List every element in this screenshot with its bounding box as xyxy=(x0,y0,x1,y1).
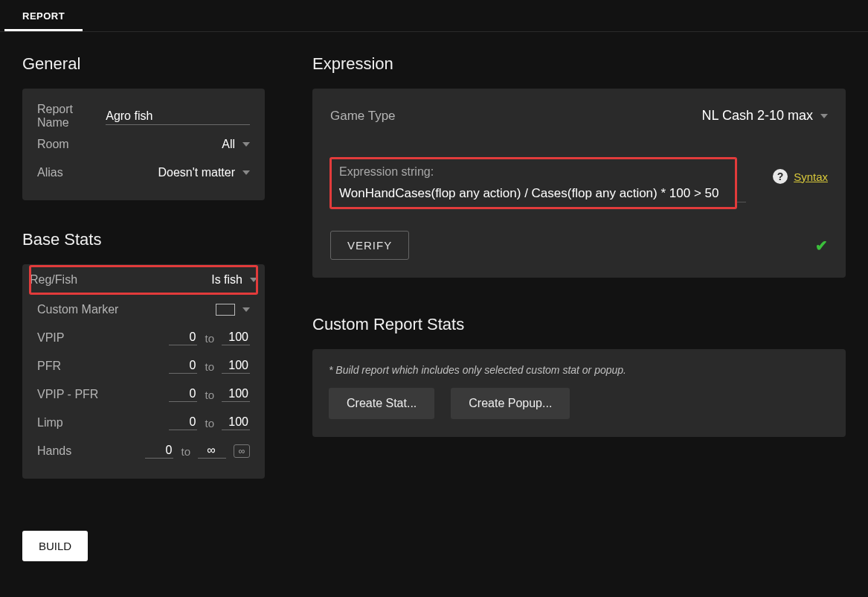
alias-label: Alias xyxy=(37,166,63,179)
room-label: Room xyxy=(37,138,69,151)
chevron-down-icon xyxy=(242,142,250,147)
vpip-to-input[interactable] xyxy=(222,331,250,345)
regfish-value: Is fish xyxy=(211,273,242,287)
expression-heading: Expression xyxy=(312,54,846,74)
room-dropdown[interactable]: All xyxy=(222,138,250,151)
general-heading: General xyxy=(22,54,265,74)
marker-swatch xyxy=(216,304,235,316)
pfr-label: PFR xyxy=(37,360,61,373)
general-card: Report Name Room All Alias Doesn't matte… xyxy=(22,89,265,200)
custom-marker-label: Custom Marker xyxy=(37,303,118,316)
base-stats-card: Reg/Fish Is fish Custom Marker VPIP to xyxy=(22,264,265,479)
hands-label: Hands xyxy=(37,444,71,458)
game-type-value: NL Cash 2-10 max xyxy=(702,108,813,124)
build-button[interactable]: BUILD xyxy=(22,531,88,561)
vpip-pfr-label: VPIP - PFR xyxy=(37,388,98,401)
limp-from-input[interactable] xyxy=(169,415,197,430)
room-value: All xyxy=(222,138,235,151)
expression-string-label: Expression string: xyxy=(339,165,727,179)
tab-report[interactable]: REPORT xyxy=(4,0,83,31)
infinity-toggle[interactable]: ∞ xyxy=(234,444,250,458)
limp-label: Limp xyxy=(37,416,63,430)
create-popup-button[interactable]: Create Popup... xyxy=(451,388,570,419)
chevron-down-icon xyxy=(242,170,250,175)
vpip-pfr-from-input[interactable] xyxy=(169,387,197,402)
vpip-pfr-to-input[interactable] xyxy=(222,387,250,402)
chevron-down-icon xyxy=(242,307,250,312)
verify-button[interactable]: VERIFY xyxy=(330,231,409,260)
tab-bar: REPORT xyxy=(0,0,868,32)
game-type-dropdown[interactable]: NL Cash 2-10 max xyxy=(702,108,828,124)
vpip-label: VPIP xyxy=(37,331,64,345)
base-stats-heading: Base Stats xyxy=(22,230,265,249)
expression-string-input[interactable] xyxy=(339,186,727,201)
custom-marker-dropdown[interactable] xyxy=(216,304,250,316)
to-word: to xyxy=(205,360,214,373)
limp-to-input[interactable] xyxy=(222,415,250,430)
regfish-dropdown[interactable]: Is fish xyxy=(211,273,257,287)
alias-dropdown[interactable]: Doesn't matter xyxy=(158,166,250,179)
hands-to-input[interactable] xyxy=(198,444,226,459)
pfr-to-input[interactable] xyxy=(222,359,250,374)
create-stat-button[interactable]: Create Stat... xyxy=(329,388,434,419)
vpip-from-input[interactable] xyxy=(169,331,197,345)
custom-report-heading: Custom Report Stats xyxy=(312,315,846,334)
hands-from-input[interactable] xyxy=(145,444,173,459)
custom-report-card: * Build report which includes only selec… xyxy=(312,349,846,437)
to-word: to xyxy=(205,332,214,345)
custom-report-note: * Build report which includes only selec… xyxy=(329,364,829,376)
report-name-input[interactable] xyxy=(106,108,250,125)
to-word: to xyxy=(181,445,190,458)
regfish-label: Reg/Fish xyxy=(30,273,77,287)
to-word: to xyxy=(205,417,214,430)
check-icon: ✔ xyxy=(815,237,828,255)
report-name-label: Report Name xyxy=(37,103,106,130)
game-type-label: Game Type xyxy=(330,109,396,124)
chevron-down-icon xyxy=(250,278,257,282)
pfr-from-input[interactable] xyxy=(169,359,197,374)
chevron-down-icon xyxy=(820,114,828,118)
to-word: to xyxy=(205,389,214,401)
expression-card: Game Type NL Cash 2-10 max ? Syntax Expr… xyxy=(312,89,846,278)
alias-value: Doesn't matter xyxy=(158,166,235,179)
